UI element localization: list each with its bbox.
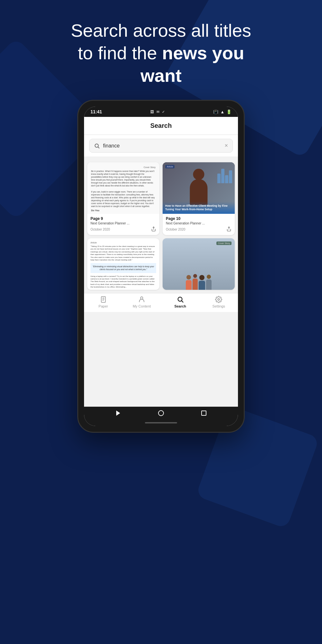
card2-footer: October 2020 [166,226,232,232]
app-header: Search [84,117,238,135]
result-card-4[interactable]: Cover Story [163,238,235,290]
android-home-button[interactable] [157,409,165,417]
results-grid: Cover Story Be in practice. What if it h… [84,159,238,293]
android-recents-button[interactable] [200,409,208,417]
card1-share-icon[interactable] [151,226,156,232]
android-back-button[interactable] [114,409,122,417]
card2-title: How to Have an Effective Client Meeting … [165,204,232,211]
nav-item-settings[interactable]: Settings [200,296,238,308]
recents-icon [201,411,206,416]
home-icon [158,410,164,416]
hero-section: Search across all titles to find the new… [0,0,322,97]
paper-icon [100,296,107,303]
nav-item-mycontent[interactable]: My Content [123,296,161,308]
card3-body: "Taking 15 to 20 minutes prior to the cl… [90,245,156,261]
app-screen: Search finance × [84,117,238,407]
search-icon [94,143,100,149]
nav-label-paper: Paper [99,304,108,308]
card1-body: Be in practice. What if it happens soone… [91,170,156,214]
phone-mockup: 11:41 🖼 ✉ ✓ 📳 ▲ 🔋 Search [0,100,322,433]
check-icon: ✓ [162,110,165,114]
phone-frame: 11:41 🖼 ✉ ✓ 📳 ▲ 🔋 Search [77,100,245,433]
card3-text-content: Article "Taking 15 to 20 minutes prior t… [87,238,159,290]
svg-point-0 [95,144,99,147]
wifi-icon: ▲ [220,109,224,114]
result-card-1[interactable]: Cover Story Be in practice. What if it h… [87,162,159,235]
card1-text-content: Cover Story Be in practice. What if it h… [87,162,159,214]
card2-date: October 2020 [166,228,185,231]
card3-quote: "Eliminating or minimizing visual distra… [90,263,156,273]
home-indicator [84,420,238,426]
search-bar-container: finance × [84,135,238,156]
card1-image: Cover Story Be in practice. What if it h… [87,162,159,214]
photo-icon: 🖼 [150,110,154,114]
android-nav-bar [84,407,238,420]
nav-item-paper[interactable]: Paper [84,296,123,308]
settings-icon [215,296,222,303]
hero-line1: Search across all titles [71,20,251,41]
card2-article-tag: Article [165,165,175,168]
nav-label-mycontent: My Content [133,304,151,308]
card4-cover-label: Cover Story [216,242,232,245]
people-background: Cover Story [163,238,235,290]
card3-body2: Using a laptop with a camera? Try to set… [90,275,156,289]
bg-chart [217,169,232,183]
status-time: 11:41 [90,109,102,114]
search-bar[interactable]: finance × [89,139,233,153]
result-card-3[interactable]: Article "Taking 15 to 20 minutes prior t… [87,238,159,290]
search-input[interactable]: finance [103,143,221,149]
search-clear-button[interactable]: × [224,142,228,149]
card1-cover-label: Cover Story [91,166,156,168]
nav-label-search: Search [174,304,186,308]
back-icon [116,411,120,416]
status-right-icons: 📳 ▲ 🔋 [213,109,232,114]
home-indicator-bar [145,422,177,423]
card2-share-icon[interactable] [226,226,232,232]
app-title: Search [150,122,172,129]
nav-item-search[interactable]: Search [161,296,200,308]
card1-footer: October 2020 [90,226,156,232]
card2-meta: Page 10 Next Generation Planner ... Octo… [163,214,235,235]
card1-meta: Page 9 Next Generation Planner ... Octob… [87,214,159,235]
hero-line2-bold: news you [162,43,244,63]
card2-page: Page 10 [166,216,232,221]
person-body [190,179,208,205]
result-card-2[interactable]: Article [163,162,235,235]
vibrate-icon: 📳 [213,109,218,114]
mail-icon: ✉ [156,110,159,114]
phone-screen: 11:41 🖼 ✉ ✓ 📳 ▲ 🔋 Search [84,107,238,426]
card1-date: October 2020 [90,228,110,231]
card4-image: Cover Story [163,238,235,290]
nav-label-settings: Settings [212,304,225,308]
battery-icon: 🔋 [226,109,232,114]
svg-line-1 [98,147,99,148]
card2-image: Article [163,162,235,214]
card2-publication: Next Generation Planner ... [166,222,232,225]
hero-line2-normal: to find the [78,43,162,63]
hero-line3: want [140,65,182,86]
person-head [193,169,204,180]
card3-tag: Article [90,242,156,244]
card1-publication: Next Generation Planner ... [90,222,156,225]
status-center-icons: 🖼 ✉ ✓ [150,110,165,114]
person-icon [138,296,145,303]
status-bar: 11:41 🖼 ✉ ✓ 📳 ▲ 🔋 [84,107,238,117]
card4-photo: Cover Story [163,238,235,290]
card1-page: Page 9 [90,216,156,221]
people-figures [163,274,235,290]
card3-image: Article "Taking 15 to 20 minutes prior t… [87,238,159,290]
svg-point-8 [141,297,143,299]
search-nav-icon [177,296,184,303]
svg-point-11 [218,298,220,300]
card2-overlay: How to Have an Effective Client Meeting … [163,202,235,214]
bottom-nav: Paper My Content Sea [84,293,238,312]
svg-point-9 [178,297,182,301]
svg-line-10 [182,301,183,302]
search-results[interactable]: Cover Story Be in practice. What if it h… [84,159,238,293]
